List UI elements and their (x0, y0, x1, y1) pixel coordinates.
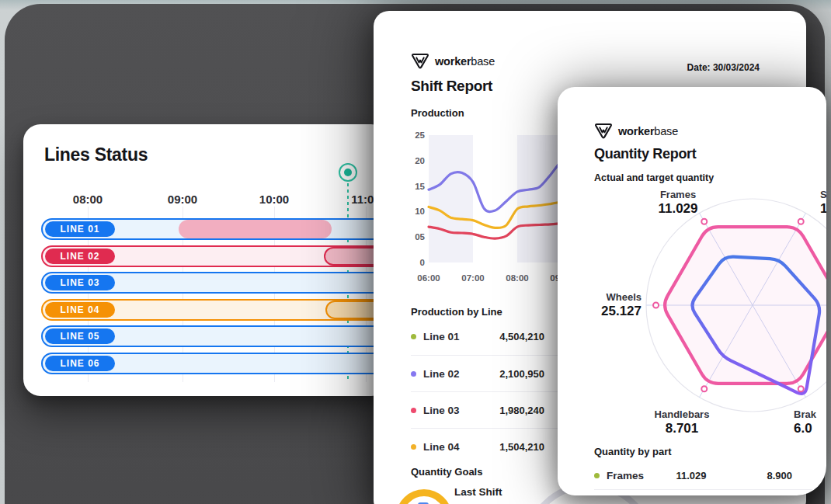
line-pill[interactable]: LINE 05 (45, 328, 115, 344)
report-date: Date: 30/03/2024 (687, 62, 760, 73)
target-quantity-value: 8.900 (767, 470, 792, 481)
workerbase-logo-icon (411, 53, 429, 70)
y-axis-tick-label: 20 (415, 156, 425, 165)
radar-target-polygon[interactable] (665, 227, 826, 384)
quantity-report-card: workerbase Quantity Report Actual and ta… (558, 87, 826, 495)
line-name: Line 03 (423, 405, 460, 416)
shift-report-title: Shift Report (411, 78, 492, 95)
line-name: Line 01 (423, 331, 460, 342)
time-axis-label: 08:00 (61, 193, 115, 206)
line-pill[interactable]: LINE 03 (45, 275, 115, 290)
production-by-line-title: Production by Line (411, 306, 502, 318)
chart-band (517, 135, 562, 262)
workerbase-logo-icon (594, 123, 613, 140)
series-color-dot (411, 334, 416, 339)
line-production-value: 1,980,240 (499, 405, 544, 416)
line-name: Line 02 (423, 368, 460, 380)
line-production-value: 1,504,210 (499, 441, 544, 453)
time-axis-label: 09:00 (155, 193, 210, 206)
radar-vertex-marker (653, 303, 659, 308)
line-pill[interactable]: LINE 02 (45, 249, 115, 264)
line-production-value: 4,504,210 (499, 331, 544, 342)
gantt-row-line-03[interactable]: LINE 03 (41, 272, 388, 294)
series-color-dot (411, 371, 416, 377)
y-axis-tick-label: 05 (415, 232, 425, 242)
x-axis-tick-label: 08:00 (506, 273, 528, 283)
workerbase-wordmark: workerbase (435, 55, 495, 68)
line-name: Line 04 (423, 441, 460, 453)
quantity-goals-title: Quantity Goals (411, 466, 482, 478)
radar-vertex-marker (798, 386, 804, 391)
radar-axis-label-frames: Frames 11.029 (639, 189, 717, 217)
quantity-by-part-title: Quantity by part (594, 446, 672, 457)
radar-vertex-marker (701, 219, 707, 224)
current-time-marker[interactable] (339, 163, 357, 182)
y-axis-tick-label: 15 (415, 182, 425, 191)
lines-status-card: Lines Status LINE 01LINE 02LINE 03LINE 0… (23, 124, 388, 396)
y-axis-tick-label: 10 (415, 207, 425, 216)
production-by-line-row[interactable]: Line 041,504,210 (411, 428, 578, 464)
gantt-row-line-04[interactable]: LINE 04 (41, 299, 388, 321)
series-color-dot (594, 473, 600, 478)
actual-quantity-value: 11.029 (664, 470, 718, 481)
gantt-row-line-01[interactable]: LINE 01 (41, 218, 388, 240)
production-by-line-row[interactable]: Line 014,504,210 (411, 318, 578, 355)
gantt-row-line-02[interactable]: LINE 02 (41, 245, 388, 267)
gantt-row-line-06[interactable]: LINE 06 (41, 353, 388, 374)
line-pill[interactable]: LINE 04 (45, 302, 115, 318)
quantity-report-title: Quantity Report (594, 146, 697, 162)
radar-vertex-marker (798, 219, 804, 224)
radar-axis-label-wheels: Wheels 25.127 (564, 291, 642, 319)
chart-band (429, 135, 473, 262)
time-axis-label: 10:00 (247, 193, 301, 206)
x-axis-tick-label: 07:00 (461, 273, 484, 283)
row-divider (594, 489, 812, 490)
line-production-value: 2,100,950 (499, 368, 544, 380)
gantt-task-bar[interactable] (179, 220, 332, 238)
production-section-title: Production (411, 107, 464, 119)
y-axis-tick-label: 0 (420, 258, 425, 267)
production-by-line-row[interactable]: Line 022,100,950 (411, 355, 578, 391)
series-color-dot (411, 444, 416, 450)
radar-axis-label-clipped-right: S 1 (820, 189, 826, 217)
lines-status-title: Lines Status (44, 144, 148, 165)
workerbase-logo: workerbase (411, 53, 495, 70)
production-by-line-list: Line 014,504,210Line 022,100,950Line 031… (411, 318, 578, 464)
quantity-by-part-list: Frames11.0298.900 (594, 463, 792, 488)
last-shift-label: Last Shift (454, 486, 502, 498)
y-axis-tick-label: 25 (415, 130, 425, 140)
x-axis-tick-label: 06:00 (417, 273, 440, 283)
series-color-dot (411, 408, 416, 413)
workerbase-wordmark: workerbase (618, 125, 678, 137)
radar-axis-label-handlebars: Handlebars 8.701 (634, 408, 730, 436)
gantt-row-line-05[interactable]: LINE 05 (41, 325, 388, 347)
part-name: Frames (607, 470, 644, 481)
line-pill[interactable]: LINE 06 (45, 356, 115, 371)
workerbase-logo: workerbase (594, 123, 678, 140)
line-pill[interactable]: LINE 01 (45, 221, 115, 237)
production-by-line-row[interactable]: Line 031,980,240 (411, 391, 578, 428)
radar-axis-label-brakes: Brak 6.0 (794, 408, 826, 436)
radar-vertex-marker (701, 386, 707, 391)
quantity-by-part-row[interactable]: Frames11.0298.900 (594, 463, 792, 488)
